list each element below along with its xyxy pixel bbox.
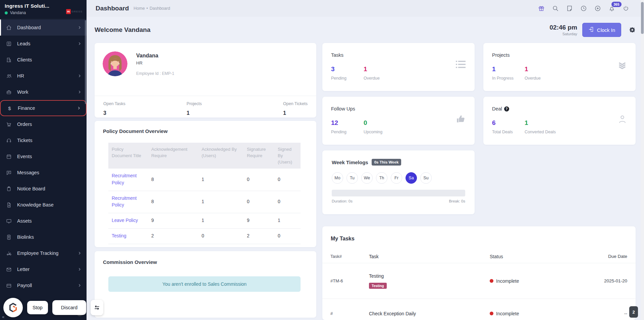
page-title: Dashboard	[96, 5, 129, 12]
tickets-icon	[6, 138, 12, 143]
policy-col-header: Signature Require	[244, 143, 274, 169]
recorder-logo-button[interactable]	[3, 298, 23, 317]
note-icon[interactable]	[566, 5, 573, 12]
sidebar-item-label: Notice Board	[17, 186, 45, 191]
breadcrumb-home[interactable]: Home	[133, 6, 145, 11]
commission-alert: You aren't enrolled to Sales Commission	[108, 276, 301, 292]
sidebar-item-notice-board[interactable]: Notice Board	[0, 181, 87, 197]
day-fr[interactable]: Fr	[391, 172, 402, 184]
floating-page-badge[interactable]: 2	[629, 306, 638, 318]
projects-card-title: Projects	[492, 52, 627, 58]
sidebar-scrollbar[interactable]	[85, 20, 86, 104]
policy-link[interactable]: Recruitment Policy	[112, 173, 137, 185]
day-mo[interactable]: Mo	[332, 172, 343, 184]
profile-stat-open-tickets: Open Tickets 1	[283, 101, 308, 116]
chevron-right-icon	[77, 90, 82, 94]
stop-button[interactable]: Stop	[27, 301, 48, 314]
sidebar-item-dashboard[interactable]: Dashboard	[0, 19, 87, 36]
welcome-title: Welcome Vandana	[95, 26, 151, 34]
profile-role: HR	[136, 60, 174, 65]
my-tasks-title: My Tasks	[322, 236, 636, 242]
company-name: Ingress IT Soluti...	[5, 3, 49, 9]
plus-circle-icon[interactable]	[594, 5, 601, 12]
swap-arrows-button[interactable]	[91, 300, 103, 315]
sidebar-item-letter[interactable]: Letter	[0, 261, 87, 277]
sidebar-item-clients[interactable]: Clients	[0, 52, 87, 68]
due-date: --	[585, 311, 627, 316]
search-icon[interactable]	[552, 5, 559, 12]
policy-link[interactable]: Recruitment Policy	[112, 196, 137, 208]
sidebar-item-employee-tracking[interactable]: Employee Tracking	[0, 245, 87, 261]
collapse-arrow-icon[interactable]: «	[2, 314, 4, 319]
sidebar-item-knowledge-base[interactable]: Knowledge Base	[0, 197, 87, 213]
gift-icon[interactable]	[538, 5, 545, 12]
sidebar-item-label: Clients	[17, 57, 32, 62]
messages-icon	[6, 170, 12, 176]
task-name[interactable]: Testing	[369, 273, 490, 279]
page-scrollbar[interactable]	[641, 0, 644, 320]
tasks-overdue-metric: 1 Overdue	[364, 65, 396, 81]
projects-card: Projects 1 In Progress 1 Overdue	[483, 43, 636, 91]
policy-col-header: Signed By (Users)	[274, 143, 301, 169]
sidebar-item-label: Payroll	[17, 283, 32, 288]
table-row[interactable]: # Check Exception Daily Incomplete --	[322, 299, 636, 320]
help-icon[interactable]: ?	[504, 106, 509, 111]
sidebar-item-label: Biolinks	[17, 234, 34, 240]
chevron-right-icon	[77, 26, 82, 30]
sidebar-item-payroll[interactable]: Payroll	[0, 277, 87, 293]
table-row: Recruitment Policy 8 1 0 0	[108, 169, 301, 191]
sidebar-item-work[interactable]: Work	[0, 84, 87, 100]
sidebar-item-finance[interactable]: $ Finance	[0, 100, 87, 116]
sidebar-item-assets[interactable]: Assets	[0, 213, 87, 229]
deal-converted-metric: 1 Converted Deals	[525, 119, 557, 134]
day-we[interactable]: We	[361, 172, 373, 184]
profile-stat-open-tasks: Open Tasks 3	[103, 101, 125, 116]
knowledge-base-icon	[6, 202, 12, 208]
task-name[interactable]: Check Exception Daily	[369, 311, 490, 316]
scrollbar-thumb[interactable]	[641, 2, 644, 34]
day-su[interactable]: Su	[420, 172, 432, 184]
sidebar-item-tickets[interactable]: Tickets	[0, 132, 87, 148]
clock-in-button[interactable]: Clock In	[582, 23, 621, 37]
policy-col-header: Acknowledgement Require	[148, 143, 198, 169]
sidebar-item-events[interactable]: Events	[0, 148, 87, 165]
power-icon[interactable]	[623, 5, 629, 12]
day-th[interactable]: Th	[376, 172, 387, 184]
tasks-card: Tasks 3 Pending 1 Overdue	[322, 43, 475, 91]
sidebar-item-orders[interactable]: Orders	[0, 116, 87, 132]
gear-icon[interactable]	[629, 27, 636, 33]
chevron-right-icon	[77, 267, 82, 271]
bell-icon[interactable]: 365	[608, 5, 615, 12]
clock-icon[interactable]	[580, 5, 587, 12]
sidebar-item-messages[interactable]: Messages	[0, 165, 87, 181]
discard-button[interactable]: Discard	[52, 300, 86, 315]
table-row[interactable]: #TM-6 Testing Testing Incomplete 2025-01…	[322, 263, 636, 299]
day-tu[interactable]: Tu	[346, 172, 358, 184]
my-tasks-header-row: Task# Task Status Due Date	[322, 250, 636, 263]
col-header-task: Task	[369, 254, 490, 259]
sidebar-item-label: Tickets	[17, 138, 32, 143]
brand-logo: IN GRESS	[66, 4, 83, 19]
sidebar-item-biolinks[interactable]: Biolinks	[0, 229, 87, 245]
sidebar-item-hr[interactable]: HR	[0, 68, 87, 84]
policy-link[interactable]: Testing	[112, 233, 126, 238]
profile-card: Vandana HR Employee Id : EMP-1 Open Task…	[95, 43, 316, 118]
sidebar-item-label: Assets	[17, 218, 32, 224]
current-time: 02:46 pm	[549, 24, 577, 31]
list-icon	[456, 60, 466, 70]
policy-table: Policy Document Title Acknowledgement Re…	[108, 143, 301, 244]
avatar[interactable]	[103, 51, 127, 76]
notice-board-icon	[6, 186, 12, 192]
letter-icon	[6, 267, 12, 272]
sidebar-item-label: Letter	[17, 267, 30, 272]
sidebar-item-leads[interactable]: Leads	[0, 36, 87, 52]
table-row: Recruitment Policy 8 1 0 0	[108, 191, 301, 213]
day-sa[interactable]: Sa	[406, 172, 417, 184]
sidebar-item-label: Leads	[17, 41, 31, 46]
chevron-right-icon	[77, 74, 82, 78]
policy-link[interactable]: Leave Policy	[112, 218, 138, 223]
followups-upcoming-metric: 0 Upcoming	[364, 119, 396, 134]
sidebar-item-label: Dashboard	[17, 25, 41, 30]
tasks-pending-metric: 3 Pending	[331, 65, 364, 81]
commission-overview-card: Commission Overview You aren't enrolled …	[95, 251, 316, 318]
